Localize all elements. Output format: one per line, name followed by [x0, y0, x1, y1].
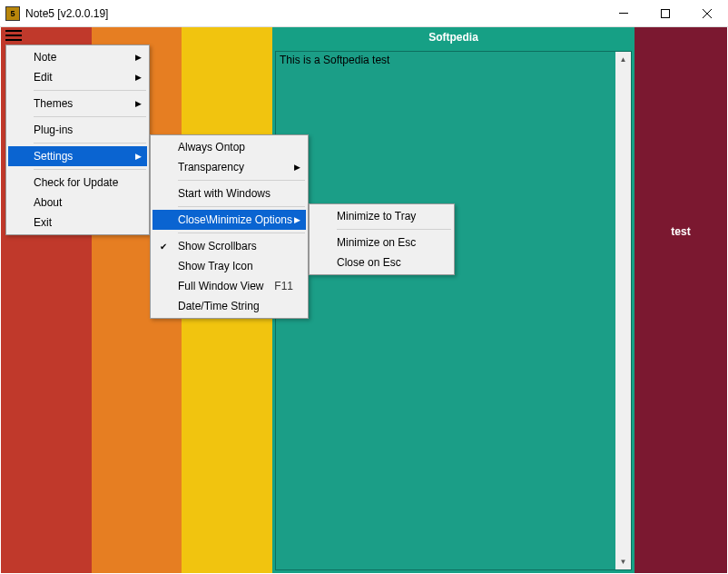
menu-item-full-window[interactable]: Full Window ViewF11 [152, 276, 306, 296]
menu-item-exit[interactable]: Exit [8, 213, 147, 233]
window-title: Note5 [v2.0.0.19] [25, 7, 603, 20]
submenu-arrow-icon: ▶ [294, 215, 300, 224]
submenu-arrow-icon: ▶ [135, 53, 142, 62]
menu-item-close-minimize[interactable]: Close\Minimize Options▶ [152, 210, 306, 230]
menu-separator [34, 169, 146, 170]
menu-item-themes[interactable]: Themes▶ [8, 94, 147, 114]
menu-separator [178, 180, 305, 181]
app-icon: 5 [5, 6, 20, 21]
note-text: This is a Softpedia test [280, 54, 389, 66]
menu-item-always-ontop[interactable]: Always Ontop [152, 137, 306, 157]
menu-separator [34, 143, 146, 144]
menu-separator [178, 233, 305, 233]
menu-item-minimize-esc[interactable]: Minimize on Esc [311, 233, 452, 252]
scroll-down-icon[interactable]: ▼ [615, 554, 631, 569]
submenu-arrow-icon: ▶ [135, 99, 142, 108]
menu-item-transparency[interactable]: Transparency▶ [152, 157, 306, 177]
column-word: test [635, 225, 727, 238]
hamburger-menu-icon[interactable] [5, 30, 22, 43]
svg-rect-0 [619, 13, 628, 14]
menu-item-note[interactable]: Note▶ [8, 47, 147, 67]
note-column-4[interactable]: Softpedia This is a Softpedia test ▲ ▼ [272, 27, 635, 573]
menu-item-settings[interactable]: Settings▶ [8, 146, 147, 166]
menu-item-close-esc[interactable]: Close on Esc [311, 252, 452, 272]
menu-separator [34, 116, 146, 117]
scrollbar[interactable]: ▲ ▼ [615, 52, 631, 569]
submenu-arrow-icon: ▶ [294, 163, 300, 172]
menu-item-plugins[interactable]: Plug-ins [8, 120, 147, 140]
menu-item-start-windows[interactable]: Start with Windows [152, 183, 306, 203]
column-title: Softpedia [272, 31, 635, 44]
close-minimize-submenu: Minimize to Tray Minimize on Esc Close o… [309, 203, 455, 275]
menu-item-datetime[interactable]: Date/Time String [152, 296, 306, 316]
main-menu: Note▶ Edit▶ Themes▶ Plug-ins Settings▶ C… [5, 45, 150, 235]
maximize-button[interactable] [644, 0, 686, 27]
menu-item-edit[interactable]: Edit▶ [8, 67, 147, 87]
submenu-arrow-icon: ▶ [135, 152, 142, 161]
submenu-arrow-icon: ▶ [135, 73, 142, 82]
check-icon: ✔ [160, 242, 167, 252]
svg-rect-1 [662, 9, 670, 17]
scroll-up-icon[interactable]: ▲ [615, 52, 631, 67]
settings-submenu: Always Ontop Transparency▶ Start with Wi… [150, 134, 309, 319]
menu-separator [34, 90, 146, 91]
menu-item-show-scrollbars[interactable]: ✔Show Scrollbars [152, 236, 306, 256]
menu-item-check-update[interactable]: Check for Update [8, 173, 147, 193]
note-textarea[interactable]: This is a Softpedia test ▲ ▼ [275, 51, 632, 570]
shortcut-label: F11 [274, 280, 293, 292]
minimize-button[interactable] [603, 0, 644, 27]
titlebar: 5 Note5 [v2.0.0.19] [0, 0, 728, 27]
note-column-5[interactable]: test [635, 27, 727, 573]
menu-item-show-tray[interactable]: Show Tray Icon [152, 256, 306, 276]
menu-separator [178, 206, 305, 207]
menu-item-minimize-tray[interactable]: Minimize to Tray [311, 206, 452, 226]
menu-separator [337, 229, 451, 230]
close-button[interactable] [686, 0, 728, 27]
menu-item-about[interactable]: About [8, 193, 147, 213]
